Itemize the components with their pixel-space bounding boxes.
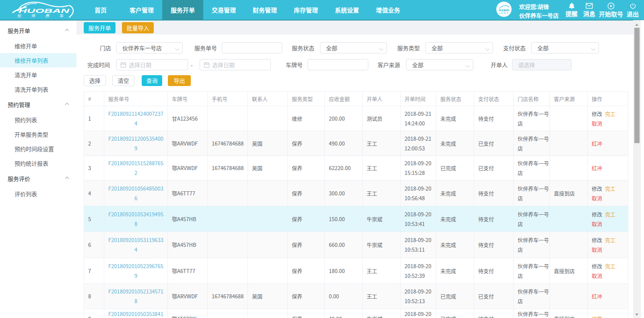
svg-text:HUOBAN: HUOBAN: [499, 9, 510, 12]
svg-text:伙伴养车: 伙伴养车: [499, 12, 509, 14]
svg-text:伙伴养车: 伙伴养车: [17, 12, 74, 18]
